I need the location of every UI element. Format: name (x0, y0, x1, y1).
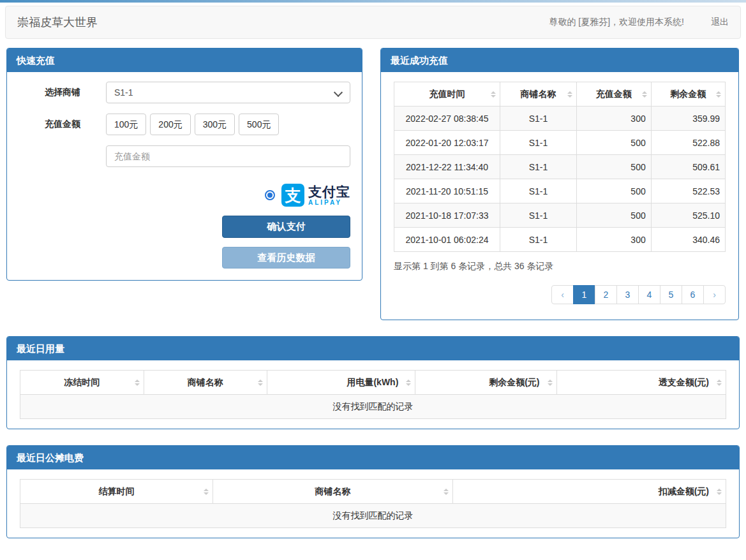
no-records-message: 没有找到匹配的记录 (20, 504, 726, 528)
sort-icon (716, 91, 721, 98)
welcome-text: 尊敬的 [夏雅芬]，欢迎使用本系统! (549, 17, 684, 28)
pagination: ‹ 1 2 3 4 5 6 › (551, 285, 726, 304)
quick-recharge-panel: 快速充值 选择商铺 S1-1 充值金额 100元 200元 (6, 48, 362, 281)
cell-balance: 522.53 (651, 179, 725, 203)
alipay-name-en: ALIPAY (308, 200, 350, 206)
table-row: 2021-10-18 17:07:33 S1-1 500 525.10 (394, 203, 726, 228)
column-header-settle-time[interactable]: 结算时间 (20, 480, 213, 504)
alipay-radio[interactable] (265, 190, 275, 200)
cell-time: 2021-10-01 06:02:24 (394, 228, 500, 252)
view-history-button[interactable]: 查看历史数据 (222, 247, 350, 269)
pagination-page-4[interactable]: 4 (639, 285, 660, 304)
sort-icon (406, 379, 411, 386)
amount-label: 充值金额 (19, 114, 106, 135)
table-row: 2022-01-20 12:03:17 S1-1 500 522.88 (394, 131, 726, 155)
pagination-page-1[interactable]: 1 (574, 285, 595, 304)
cell-balance: 340.46 (651, 228, 725, 252)
empty-row: 没有找到匹配的记录 (20, 504, 726, 528)
logout-link[interactable]: 退出 (711, 17, 729, 28)
shop-select[interactable]: S1-1 (106, 82, 350, 103)
empty-row: 没有找到匹配的记录 (20, 395, 726, 419)
sort-icon (548, 379, 553, 386)
column-header-shop-name[interactable]: 商铺名称 (213, 480, 452, 504)
pagination-page-3[interactable]: 3 (617, 285, 639, 304)
chevron-down-icon (334, 88, 343, 97)
amount-input[interactable] (106, 145, 350, 167)
pagination-prev[interactable]: ‹ (551, 285, 574, 304)
top-navbar: 崇福皮草大世界 尊敬的 [夏雅芬]，欢迎使用本系统! 退出 (5, 6, 741, 39)
column-header-shop-name[interactable]: 商铺名称 (144, 371, 267, 395)
table-row: 2021-12-22 11:34:40 S1-1 500 509.61 (394, 155, 726, 179)
preset-amount-button-100[interactable]: 100元 (106, 114, 146, 135)
cell-shop: S1-1 (500, 107, 577, 131)
cell-time: 2022-02-27 08:38:45 (394, 107, 500, 131)
preset-amount-button-200[interactable]: 200元 (150, 114, 190, 135)
column-header-remaining-amount[interactable]: 剩余金额(元) (415, 371, 556, 395)
recent-recharge-title: 最近成功充值 (381, 48, 738, 72)
preset-amount-button-500[interactable]: 500元 (239, 114, 279, 135)
table-row: 2021-11-20 10:51:15 S1-1 500 522.53 (394, 179, 726, 203)
table-header-row: 冻结时间 商铺名称 用电量(kWh) 剩余金额(元) 透支金额(元) (20, 371, 726, 395)
alipay-icon: 支 (281, 184, 304, 207)
column-header-power-usage[interactable]: 用电量(kWh) (267, 371, 415, 395)
confirm-payment-button[interactable]: 确认支付 (222, 216, 350, 238)
sort-icon (567, 91, 572, 98)
top-accent-bar (0, 0, 746, 3)
app-title: 崇福皮草大世界 (17, 15, 98, 30)
column-header-recharge-time[interactable]: 充值时间 (394, 82, 500, 107)
no-records-message: 没有找到匹配的记录 (20, 395, 726, 419)
cell-balance: 522.88 (651, 131, 725, 155)
column-header-deduction-amount[interactable]: 扣减金额(元) (452, 480, 726, 504)
amount-input-spacer (19, 145, 106, 167)
pagination-page-2[interactable]: 2 (595, 285, 617, 304)
table-row: 2021-10-01 06:02:24 S1-1 300 340.46 (394, 228, 726, 252)
cell-amount: 500 (576, 179, 651, 203)
preset-amount-button-300[interactable]: 300元 (195, 114, 235, 135)
alipay-name-cn: 支付宝 (308, 185, 350, 198)
cell-shop: S1-1 (500, 228, 577, 252)
pagination-summary: 显示第 1 到第 6 条记录，总共 36 条记录 (394, 261, 726, 272)
pagination-page-5[interactable]: 5 (660, 285, 682, 304)
cell-amount: 500 (576, 131, 651, 155)
pagination-page-6[interactable]: 6 (682, 285, 704, 304)
cell-time: 2021-12-22 11:34:40 (394, 155, 500, 179)
sort-icon (491, 91, 496, 98)
alipay-logo[interactable]: 支 支付宝 ALIPAY (281, 184, 350, 207)
cell-time: 2021-10-18 17:07:33 (394, 203, 500, 228)
cell-time: 2021-11-20 10:51:15 (394, 179, 500, 203)
pagination-next[interactable]: › (704, 285, 726, 304)
shared-fee-table: 结算时间 商铺名称 扣减金额(元) 没有找到匹配的记录 (20, 479, 726, 528)
table-header-row: 结算时间 商铺名称 扣减金额(元) (20, 480, 726, 504)
shop-select-value: S1-1 (114, 87, 133, 98)
column-header-recharge-amount[interactable]: 充值金额 (576, 82, 651, 107)
daily-usage-title: 最近日用量 (7, 337, 739, 360)
cell-balance: 359.99 (651, 107, 725, 131)
cell-balance: 525.10 (651, 203, 725, 228)
cell-amount: 300 (576, 228, 651, 252)
column-header-overdraft-amount[interactable]: 透支金额(元) (556, 371, 726, 395)
recent-recharge-table: 充值时间 商铺名称 充值金额 剩余金额 2022-02-27 08:38:45 … (394, 82, 726, 252)
cell-amount: 500 (576, 203, 651, 228)
sort-icon (135, 379, 140, 386)
cell-amount: 500 (576, 155, 651, 179)
shared-fee-title: 最近日公摊电费 (7, 446, 739, 469)
recent-recharge-panel: 最近成功充值 充值时间 商铺名称 充值金额 剩余金额 2022 (380, 48, 739, 320)
table-header-row: 充值时间 商铺名称 充值金额 剩余金额 (394, 82, 726, 107)
column-header-freeze-time[interactable]: 冻结时间 (20, 371, 144, 395)
sort-icon (204, 489, 209, 495)
sort-icon (258, 379, 263, 386)
cell-balance: 509.61 (651, 155, 725, 179)
daily-usage-panel: 最近日用量 冻结时间 商铺名称 用电量(kWh) 剩余金额(元) 透支金额(元)… (6, 336, 740, 429)
cell-shop: S1-1 (500, 203, 577, 228)
cell-shop: S1-1 (500, 131, 577, 155)
daily-usage-table: 冻结时间 商铺名称 用电量(kWh) 剩余金额(元) 透支金额(元) 没有找到匹… (20, 370, 726, 419)
column-header-shop-name[interactable]: 商铺名称 (500, 82, 577, 107)
shared-fee-panel: 最近日公摊电费 结算时间 商铺名称 扣减金额(元) 没有找到匹配的记录 (6, 445, 740, 538)
cell-amount: 300 (576, 107, 651, 131)
shop-select-label: 选择商铺 (19, 82, 106, 103)
quick-recharge-title: 快速充值 (7, 48, 362, 72)
cell-shop: S1-1 (500, 155, 577, 179)
column-header-remaining-amount[interactable]: 剩余金额 (651, 82, 725, 107)
sort-icon (444, 489, 449, 495)
sort-icon (717, 489, 722, 495)
